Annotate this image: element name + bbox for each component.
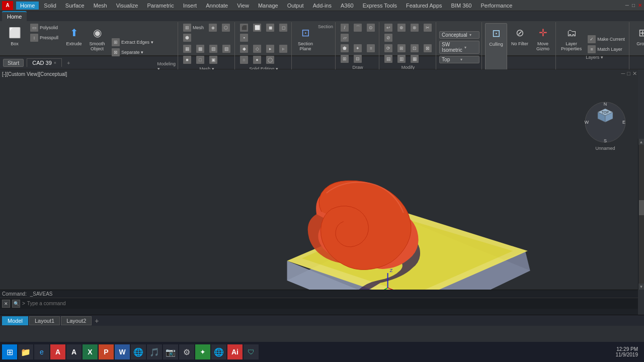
menu-visualize[interactable]: Visualize xyxy=(112,2,142,10)
mod3[interactable]: ⊗ xyxy=(409,23,421,32)
mesh-btn[interactable]: ⊞Mesh xyxy=(181,23,206,32)
top-dropdown[interactable]: Top ▾ xyxy=(439,56,479,63)
mod-m2[interactable]: ⊞ xyxy=(395,44,408,53)
mod-m3[interactable]: ⊡ xyxy=(409,44,421,53)
mesh-btn3[interactable]: ⬡ xyxy=(220,23,232,32)
mod2[interactable]: ⊕ xyxy=(395,23,408,32)
mod5[interactable]: ⊘ xyxy=(382,33,394,42)
cmd-search-btn[interactable]: 🔍 xyxy=(12,300,20,308)
solid-b2[interactable]: ● xyxy=(251,55,263,64)
menu-output[interactable]: Output xyxy=(283,2,308,10)
menu-annotate[interactable]: Annotate xyxy=(202,2,232,10)
cmd-clear-btn[interactable]: ✕ xyxy=(2,300,10,308)
menu-parametric[interactable]: Parametric xyxy=(143,2,178,10)
taskbar-chrome[interactable]: 🌐 xyxy=(211,344,226,359)
draw-m1[interactable]: ⬟ xyxy=(339,44,351,53)
nav-cube[interactable]: N S W E TOP Unnamed xyxy=(583,95,628,145)
menu-mesh[interactable]: Mesh xyxy=(90,2,111,10)
taskbar-settings2[interactable]: ⚙ xyxy=(179,344,194,359)
make-current-btn[interactable]: ✓ Make Current xyxy=(586,35,627,44)
right-scrollbar[interactable]: ▲ ▼ xyxy=(638,139,644,290)
solid-m4[interactable]: ▹ xyxy=(277,44,289,53)
taskbar-word[interactable]: W xyxy=(115,344,130,359)
menu-performance[interactable]: Performance xyxy=(476,2,516,10)
mesh-btn2[interactable]: ◈ xyxy=(207,23,219,32)
draw4[interactable]: ▱ xyxy=(339,33,351,42)
extract-edges-button[interactable]: ⊞ Extract Edges ▾ xyxy=(110,38,155,47)
solid-edit1[interactable]: ⬛ xyxy=(238,23,250,32)
taskbar-maps[interactable]: 🌐 xyxy=(131,344,146,359)
model-tab[interactable]: Model xyxy=(2,316,28,325)
mod-b1[interactable]: ▤ xyxy=(382,54,394,63)
solid-m3[interactable]: ▸ xyxy=(264,44,276,53)
taskbar-edge[interactable]: e xyxy=(34,344,49,359)
draw-m2[interactable]: ✦ xyxy=(352,44,364,53)
mesh-mid2[interactable]: ▩ xyxy=(194,44,206,53)
solid-m1[interactable]: ◆ xyxy=(238,44,250,53)
mod-m4[interactable]: ⊠ xyxy=(422,44,434,53)
window-maximize[interactable]: □ xyxy=(632,3,635,8)
separate-button[interactable]: ⊠ Separate ▾ xyxy=(110,48,155,57)
menu-home[interactable]: Home xyxy=(16,2,39,10)
taskbar-animate[interactable]: Ai xyxy=(227,344,243,359)
mod1[interactable]: ↩ xyxy=(382,23,394,32)
scroll-up[interactable]: ▲ xyxy=(638,139,645,145)
command-input[interactable] xyxy=(27,301,636,306)
taskbar-shield[interactable]: 🛡 xyxy=(244,344,259,359)
solid-b3[interactable]: ◯ xyxy=(264,55,276,64)
solid-edit2[interactable]: ⬜ xyxy=(251,23,263,32)
menu-a360[interactable]: A360 xyxy=(337,2,358,10)
mesh-mid1[interactable]: ▦ xyxy=(181,44,193,53)
draw-b1[interactable]: ⊞ xyxy=(339,54,351,63)
mod4[interactable]: ✂ xyxy=(422,23,434,32)
presspull-button[interactable]: ↕ Presspull xyxy=(28,33,60,42)
draw2[interactable]: ⌒ xyxy=(352,23,364,32)
mesh-bot3[interactable]: ▣ xyxy=(207,55,219,64)
menu-insert[interactable]: Insert xyxy=(179,2,201,10)
viewport-restore[interactable]: □ xyxy=(627,70,630,77)
taskbar-media[interactable]: 🎵 xyxy=(147,344,162,359)
scroll-track[interactable] xyxy=(639,145,644,284)
draw3[interactable]: ⊙ xyxy=(365,23,377,32)
tab-close-icon[interactable]: × xyxy=(54,60,56,65)
solid-edit3[interactable]: ◼ xyxy=(264,23,276,32)
view-dir-dropdown[interactable]: SW Isometric ▾ xyxy=(439,41,479,54)
taskbar-file-explorer[interactable]: 📁 xyxy=(18,344,33,359)
menu-view[interactable]: View xyxy=(233,2,253,10)
draw-b2[interactable]: ⊟ xyxy=(352,54,364,63)
scroll-thumb[interactable] xyxy=(639,200,644,215)
mesh-bot1[interactable]: ■ xyxy=(181,55,193,64)
taskbar-autocad[interactable]: A xyxy=(50,344,65,359)
solid-edit4[interactable]: ◻ xyxy=(277,23,289,32)
taskbar-autocad2[interactable]: A xyxy=(66,344,82,359)
viewport-close[interactable]: ✕ xyxy=(632,70,637,77)
polysolid-button[interactable]: ▭ Polysolid xyxy=(28,23,60,32)
move-gizmo-button[interactable]: ✛ Move Gizmo xyxy=(532,23,553,71)
match-layer-btn[interactable]: ≡ Match Layer xyxy=(586,45,627,54)
layout2-tab[interactable]: Layout2 xyxy=(61,316,92,325)
cad39-tab[interactable]: CAD 39 × xyxy=(27,58,62,67)
scroll-down[interactable]: ▼ xyxy=(638,284,645,290)
taskbar-ppt[interactable]: P xyxy=(99,344,114,359)
mesh-bot2[interactable]: □ xyxy=(194,55,206,64)
mesh-mid4[interactable]: ▧ xyxy=(220,44,232,53)
menu-express[interactable]: Express Tools xyxy=(359,2,401,10)
tab-home[interactable]: Home xyxy=(2,11,27,21)
section-plane-button[interactable]: ⊡ Section Plane xyxy=(295,23,316,71)
viewport[interactable]: [-][Custom View][Conceptual] ─ □ ✕ xyxy=(0,69,638,315)
mesh-btn4[interactable]: ⬢ xyxy=(181,33,193,42)
app-logo[interactable]: A xyxy=(2,1,13,10)
smooth-object-button[interactable]: ◉ SmoothObject xyxy=(87,23,108,71)
window-minimize[interactable]: ─ xyxy=(625,3,629,8)
menu-featured[interactable]: Featured Apps xyxy=(402,2,446,10)
solid-m2[interactable]: ◇ xyxy=(251,44,263,53)
mod-b3[interactable]: ▦ xyxy=(409,54,421,63)
mod-b2[interactable]: ▥ xyxy=(395,54,408,63)
menu-bim360[interactable]: BIM 360 xyxy=(447,2,476,10)
draw1[interactable]: / xyxy=(339,23,351,32)
layer-props-button[interactable]: 🗂 Layer Properties xyxy=(559,23,584,71)
mod-m1[interactable]: ⟳ xyxy=(382,44,394,53)
solid-edit5[interactable]: ▪ xyxy=(238,33,250,42)
layout1-tab[interactable]: Layout1 xyxy=(29,316,60,325)
visual-style-dropdown[interactable]: Conceptual ▾ xyxy=(439,31,479,39)
